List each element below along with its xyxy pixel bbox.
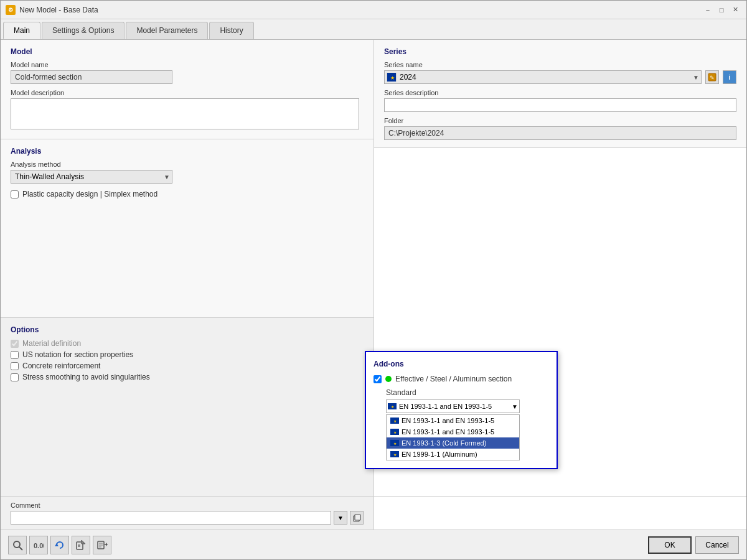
decimal-tool-button[interactable]: 0.00: [29, 536, 48, 554]
model-description-input[interactable]: [11, 98, 359, 129]
model-section: Model Model name Model description: [1, 40, 374, 139]
bottom-section: Comment ▼: [1, 496, 746, 559]
standard-option-1[interactable]: ★ EN 1993-1-1 and EN 1993-1-5: [387, 426, 519, 437]
folder-label: Folder: [384, 117, 736, 124]
option-material-checkbox[interactable]: [11, 340, 19, 348]
main-window: ⚙ New Model - Base Data − □ ✕ Main Setti…: [0, 0, 747, 560]
standard-option-label-1: EN 1993-1-1 and EN 1993-1-5: [402, 428, 494, 436]
svg-rect-15: [99, 544, 103, 546]
svg-text:0.00: 0.00: [34, 542, 44, 549]
import-icon: [96, 539, 108, 551]
bottom-right-area: [374, 497, 746, 530]
cancel-button[interactable]: Cancel: [695, 536, 739, 554]
standard-section: Standard ★ EN 1993-1-1 and EN 1993-1-5 ▼…: [386, 388, 549, 460]
option-us-checkbox[interactable]: [11, 351, 19, 359]
svg-rect-5: [355, 515, 360, 520]
analysis-method-select[interactable]: Thin-Walled Analysis Full Cross-Section …: [11, 170, 172, 184]
standard-option-label-3: EN 1999-1-1 (Aluminum): [402, 450, 477, 458]
option-stress-row: Stress smoothing to avoid singularities: [11, 373, 364, 381]
comment-label: Comment: [11, 502, 364, 509]
option-material-row: Material definition: [11, 339, 364, 348]
model-section-title: Model: [11, 47, 364, 56]
tab-bar: Main Settings & Options Model Parameters…: [1, 19, 746, 40]
comment-copy-button[interactable]: [350, 511, 364, 525]
svg-marker-18: [106, 543, 108, 546]
search-tool-button[interactable]: [8, 536, 27, 554]
edit-icon: ✎: [708, 73, 716, 82]
standard-current-value: EN 1993-1-1 and EN 1993-1-5: [399, 403, 512, 410]
left-panel: Model Model name Model description Analy…: [1, 40, 374, 496]
tab-model-params[interactable]: Model Parameters: [126, 22, 208, 39]
export-tool-button[interactable]: [72, 536, 90, 554]
plastic-label: Plastic capacity design | Simplex method: [22, 190, 157, 198]
eu-flag-2: ★: [390, 440, 399, 446]
addon-checkbox[interactable]: [374, 375, 382, 383]
comment-input[interactable]: [11, 511, 331, 525]
tab-main[interactable]: Main: [3, 22, 40, 39]
eu-flag-0: ★: [390, 418, 399, 424]
titlebar-controls: − □ ✕: [702, 4, 741, 16]
comment-section-left: Comment ▼: [1, 497, 374, 530]
addon-status-dot: [385, 376, 392, 382]
standard-option-label-0: EN 1993-1-1 and EN 1993-1-5: [402, 417, 494, 424]
option-concrete-checkbox[interactable]: [11, 362, 19, 370]
decimal-icon: 0.00: [33, 539, 44, 551]
series-dropdown: ★ 2024 2023 2022 ▼: [384, 70, 702, 84]
series-description-label: Series description: [384, 89, 736, 96]
tab-settings[interactable]: Settings & Options: [42, 22, 125, 39]
addons-title: Add-ons: [374, 360, 549, 368]
close-button[interactable]: ✕: [729, 4, 741, 16]
info-icon-text: i: [728, 73, 730, 81]
svg-rect-14: [99, 543, 103, 544]
export-icon: [75, 539, 87, 551]
series-info-button[interactable]: i: [723, 70, 736, 84]
series-edit-button[interactable]: ✎: [705, 70, 719, 84]
standard-option-3[interactable]: ★ EN 1999-1-1 (Aluminum): [387, 449, 519, 460]
footer-toolbar: 0.00: [1, 530, 746, 559]
app-icon: ⚙: [6, 5, 16, 15]
ok-button[interactable]: OK: [648, 536, 692, 554]
footer-tools: 0.00: [8, 536, 111, 554]
standard-option-2[interactable]: ★ EN 1993-1-3 (Cold Formed): [387, 437, 519, 449]
series-section-title: Series: [384, 47, 736, 56]
main-area: Model Model name Model description Analy…: [1, 40, 746, 496]
standard-dropdown: ★ EN 1993-1-1 and EN 1993-1-5 ▼: [386, 399, 549, 413]
svg-point-6: [14, 541, 20, 548]
maximize-button[interactable]: □: [715, 4, 728, 16]
footer-actions: OK Cancel: [648, 536, 739, 554]
option-us-label: US notation for section properties: [22, 350, 133, 359]
series-name-row: ★ 2024 2023 2022 ▼: [384, 70, 736, 84]
plastic-checkbox-row: Plastic capacity design | Simplex method: [11, 190, 364, 198]
series-section: Series Series name ★ 2024: [374, 40, 746, 148]
model-name-label: Model name: [11, 61, 364, 68]
options-section: Options Material definition US notation …: [1, 318, 374, 496]
option-us-row: US notation for section properties: [11, 350, 364, 359]
recalc-tool-button[interactable]: [50, 536, 69, 554]
option-concrete-label: Concrete reinforcement: [22, 362, 100, 370]
plastic-checkbox[interactable]: [11, 190, 19, 198]
tab-history[interactable]: History: [209, 22, 253, 39]
standard-current-display[interactable]: ★ EN 1993-1-1 and EN 1993-1-5 ▼: [386, 399, 520, 413]
series-description-input[interactable]: [384, 98, 736, 112]
titlebar: ⚙ New Model - Base Data − □ ✕: [1, 1, 746, 19]
addon-item-row: Effective / Steel / Aluminum section: [374, 375, 549, 383]
option-material-label: Material definition: [22, 339, 81, 348]
minimize-button[interactable]: −: [702, 4, 714, 16]
folder-input[interactable]: [384, 126, 736, 140]
model-name-input[interactable]: [11, 70, 172, 84]
addons-panel: Add-ons Effective / Steel / Aluminum sec…: [365, 351, 558, 469]
svg-marker-9: [55, 543, 59, 546]
search-icon: [12, 539, 23, 551]
options-section-title: Options: [11, 325, 364, 334]
standard-options-list: ★ EN 1993-1-1 and EN 1993-1-5 ★ EN 1993-…: [386, 414, 520, 460]
import-tool-button[interactable]: [93, 536, 111, 554]
copy-icon: [352, 513, 361, 522]
option-stress-checkbox[interactable]: [11, 373, 19, 381]
main-content: Model Model name Model description Analy…: [1, 40, 746, 559]
svg-line-7: [19, 547, 22, 550]
comment-dropdown-button[interactable]: ▼: [334, 511, 347, 525]
option-stress-label: Stress smoothing to avoid singularities: [22, 373, 150, 381]
series-name-select[interactable]: 2024 2023 2022: [384, 70, 702, 84]
standard-option-0[interactable]: ★ EN 1993-1-1 and EN 1993-1-5: [387, 415, 519, 426]
model-description-label: Model description: [11, 89, 364, 96]
